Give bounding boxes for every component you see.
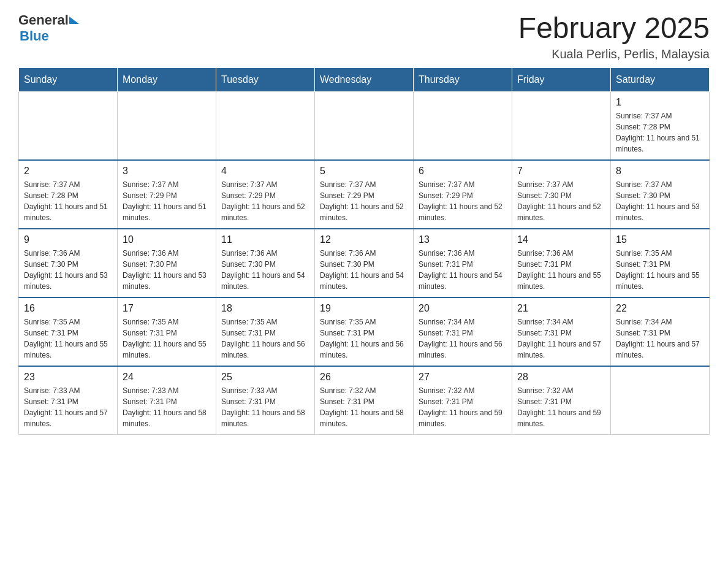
- calendar-cell: 9Sunrise: 7:36 AMSunset: 7:30 PMDaylight…: [19, 229, 118, 297]
- day-info: Sunrise: 7:37 AMSunset: 7:29 PMDaylight:…: [123, 179, 211, 223]
- calendar-cell: 4Sunrise: 7:37 AMSunset: 7:29 PMDaylight…: [216, 160, 315, 229]
- logo-general-text: General: [18, 12, 69, 28]
- calendar-cell: 12Sunrise: 7:36 AMSunset: 7:30 PMDayligh…: [315, 229, 414, 297]
- page-header: General Blue February 2025 Kuala Perlis,…: [18, 12, 710, 61]
- day-info: Sunrise: 7:36 AMSunset: 7:30 PMDaylight:…: [221, 248, 309, 292]
- day-number: 7: [517, 166, 605, 177]
- column-header-wednesday: Wednesday: [315, 67, 414, 91]
- calendar-cell: 7Sunrise: 7:37 AMSunset: 7:30 PMDaylight…: [512, 160, 611, 229]
- day-info: Sunrise: 7:35 AMSunset: 7:31 PMDaylight:…: [123, 316, 211, 361]
- month-title: February 2025: [518, 12, 710, 45]
- day-info: Sunrise: 7:37 AMSunset: 7:30 PMDaylight:…: [616, 179, 704, 223]
- calendar-cell: 17Sunrise: 7:35 AMSunset: 7:31 PMDayligh…: [118, 297, 216, 366]
- calendar-week-row: 1Sunrise: 7:37 AMSunset: 7:28 PMDaylight…: [19, 91, 710, 160]
- column-header-thursday: Thursday: [414, 67, 512, 91]
- day-info: Sunrise: 7:32 AMSunset: 7:31 PMDaylight:…: [419, 385, 507, 429]
- day-info: Sunrise: 7:36 AMSunset: 7:31 PMDaylight:…: [419, 248, 507, 292]
- calendar-cell: [216, 91, 315, 160]
- calendar-cell: 18Sunrise: 7:35 AMSunset: 7:31 PMDayligh…: [216, 297, 315, 366]
- location-title: Kuala Perlis, Perlis, Malaysia: [518, 47, 710, 61]
- day-number: 4: [221, 166, 309, 177]
- calendar-cell: 3Sunrise: 7:37 AMSunset: 7:29 PMDaylight…: [118, 160, 216, 229]
- calendar-table: SundayMondayTuesdayWednesdayThursdayFrid…: [18, 67, 710, 435]
- logo: General Blue: [18, 12, 79, 44]
- day-number: 1: [616, 97, 704, 108]
- day-number: 9: [24, 234, 112, 245]
- day-info: Sunrise: 7:33 AMSunset: 7:31 PMDaylight:…: [24, 385, 112, 429]
- calendar-cell: 25Sunrise: 7:33 AMSunset: 7:31 PMDayligh…: [216, 366, 315, 435]
- day-info: Sunrise: 7:32 AMSunset: 7:31 PMDaylight:…: [517, 385, 605, 429]
- calendar-cell: 8Sunrise: 7:37 AMSunset: 7:30 PMDaylight…: [611, 160, 710, 229]
- calendar-cell: [315, 91, 414, 160]
- day-number: 15: [616, 234, 704, 245]
- day-info: Sunrise: 7:37 AMSunset: 7:28 PMDaylight:…: [616, 110, 704, 155]
- day-info: Sunrise: 7:34 AMSunset: 7:31 PMDaylight:…: [616, 316, 704, 361]
- title-section: February 2025 Kuala Perlis, Perlis, Mala…: [518, 12, 710, 61]
- day-number: 5: [320, 166, 408, 177]
- calendar-cell: 27Sunrise: 7:32 AMSunset: 7:31 PMDayligh…: [414, 366, 512, 435]
- calendar-week-row: 23Sunrise: 7:33 AMSunset: 7:31 PMDayligh…: [19, 366, 710, 435]
- day-number: 22: [616, 303, 704, 314]
- calendar-cell: [118, 91, 216, 160]
- calendar-cell: 22Sunrise: 7:34 AMSunset: 7:31 PMDayligh…: [611, 297, 710, 366]
- day-info: Sunrise: 7:34 AMSunset: 7:31 PMDaylight:…: [517, 316, 605, 361]
- calendar-week-row: 9Sunrise: 7:36 AMSunset: 7:30 PMDaylight…: [19, 229, 710, 297]
- calendar-cell: 11Sunrise: 7:36 AMSunset: 7:30 PMDayligh…: [216, 229, 315, 297]
- calendar-cell: [611, 366, 710, 435]
- day-info: Sunrise: 7:36 AMSunset: 7:30 PMDaylight:…: [123, 248, 211, 292]
- day-number: 16: [24, 303, 112, 314]
- calendar-cell: 16Sunrise: 7:35 AMSunset: 7:31 PMDayligh…: [19, 297, 118, 366]
- calendar-cell: 20Sunrise: 7:34 AMSunset: 7:31 PMDayligh…: [414, 297, 512, 366]
- day-number: 19: [320, 303, 408, 314]
- day-number: 14: [517, 234, 605, 245]
- day-number: 20: [419, 303, 507, 314]
- calendar-cell: 19Sunrise: 7:35 AMSunset: 7:31 PMDayligh…: [315, 297, 414, 366]
- day-info: Sunrise: 7:36 AMSunset: 7:31 PMDaylight:…: [517, 248, 605, 292]
- calendar-cell: 10Sunrise: 7:36 AMSunset: 7:30 PMDayligh…: [118, 229, 216, 297]
- calendar-cell: 5Sunrise: 7:37 AMSunset: 7:29 PMDaylight…: [315, 160, 414, 229]
- day-info: Sunrise: 7:34 AMSunset: 7:31 PMDaylight:…: [419, 316, 507, 361]
- column-header-friday: Friday: [512, 67, 611, 91]
- day-info: Sunrise: 7:35 AMSunset: 7:31 PMDaylight:…: [24, 316, 112, 361]
- day-number: 2: [24, 166, 112, 177]
- logo-arrow-icon: [69, 17, 79, 24]
- day-number: 17: [123, 303, 211, 314]
- logo-blue-text: Blue: [20, 28, 49, 44]
- calendar-cell: 1Sunrise: 7:37 AMSunset: 7:28 PMDaylight…: [611, 91, 710, 160]
- calendar-week-row: 2Sunrise: 7:37 AMSunset: 7:28 PMDaylight…: [19, 160, 710, 229]
- day-number: 27: [419, 372, 507, 383]
- day-number: 26: [320, 372, 408, 383]
- column-header-saturday: Saturday: [611, 67, 710, 91]
- day-number: 24: [123, 372, 211, 383]
- day-number: 25: [221, 372, 309, 383]
- calendar-cell: 15Sunrise: 7:35 AMSunset: 7:31 PMDayligh…: [611, 229, 710, 297]
- day-info: Sunrise: 7:37 AMSunset: 7:28 PMDaylight:…: [24, 179, 112, 223]
- calendar-cell: 13Sunrise: 7:36 AMSunset: 7:31 PMDayligh…: [414, 229, 512, 297]
- day-info: Sunrise: 7:35 AMSunset: 7:31 PMDaylight:…: [221, 316, 309, 361]
- day-info: Sunrise: 7:36 AMSunset: 7:30 PMDaylight:…: [320, 248, 408, 292]
- day-info: Sunrise: 7:32 AMSunset: 7:31 PMDaylight:…: [320, 385, 408, 429]
- day-number: 12: [320, 234, 408, 245]
- calendar-cell: 14Sunrise: 7:36 AMSunset: 7:31 PMDayligh…: [512, 229, 611, 297]
- calendar-cell: 28Sunrise: 7:32 AMSunset: 7:31 PMDayligh…: [512, 366, 611, 435]
- column-header-sunday: Sunday: [19, 67, 118, 91]
- day-info: Sunrise: 7:37 AMSunset: 7:29 PMDaylight:…: [320, 179, 408, 223]
- day-info: Sunrise: 7:35 AMSunset: 7:31 PMDaylight:…: [320, 316, 408, 361]
- day-number: 21: [517, 303, 605, 314]
- day-info: Sunrise: 7:33 AMSunset: 7:31 PMDaylight:…: [123, 385, 211, 429]
- day-info: Sunrise: 7:33 AMSunset: 7:31 PMDaylight:…: [221, 385, 309, 429]
- column-header-tuesday: Tuesday: [216, 67, 315, 91]
- calendar-cell: [19, 91, 118, 160]
- calendar-cell: 26Sunrise: 7:32 AMSunset: 7:31 PMDayligh…: [315, 366, 414, 435]
- day-info: Sunrise: 7:35 AMSunset: 7:31 PMDaylight:…: [616, 248, 704, 292]
- calendar-header-row: SundayMondayTuesdayWednesdayThursdayFrid…: [19, 67, 710, 91]
- day-number: 28: [517, 372, 605, 383]
- day-number: 10: [123, 234, 211, 245]
- day-number: 18: [221, 303, 309, 314]
- day-info: Sunrise: 7:37 AMSunset: 7:29 PMDaylight:…: [221, 179, 309, 223]
- day-info: Sunrise: 7:36 AMSunset: 7:30 PMDaylight:…: [24, 248, 112, 292]
- day-info: Sunrise: 7:37 AMSunset: 7:29 PMDaylight:…: [419, 179, 507, 223]
- day-number: 11: [221, 234, 309, 245]
- calendar-cell: [414, 91, 512, 160]
- calendar-cell: 6Sunrise: 7:37 AMSunset: 7:29 PMDaylight…: [414, 160, 512, 229]
